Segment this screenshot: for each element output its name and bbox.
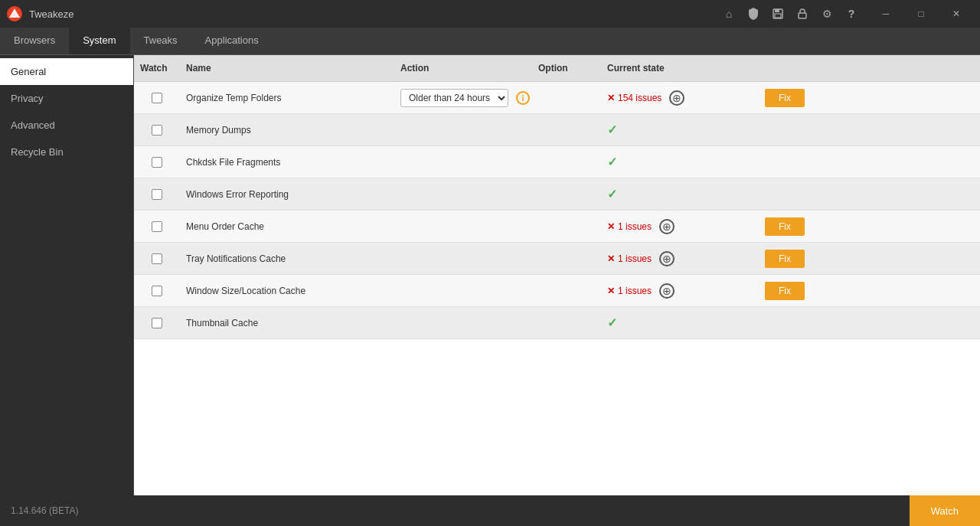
tab-applications[interactable]: Applications: [191, 27, 273, 54]
action-dropdown-1[interactable]: Older than 24 hours Older than 48 hours …: [400, 89, 508, 107]
state-cell-3: ✓: [601, 150, 754, 174]
name-cell-8: Thumbnail Cache: [180, 313, 394, 333]
sidebar-item-recycle-bin[interactable]: Recycle Bin: [0, 139, 133, 165]
issue-text-6: ✕ 1 issues: [607, 253, 652, 264]
toolbar-icons: ⌂ ⚙ ?: [718, 3, 862, 25]
watch-checkbox-1[interactable]: [152, 93, 162, 103]
issue-text-1: ✕ 154 issues: [607, 93, 662, 103]
plus-icon-6[interactable]: ⊕: [659, 251, 675, 266]
option-cell-1: [532, 93, 601, 103]
state-cell-8: ✓: [601, 311, 754, 335]
watch-checkbox-4[interactable]: [152, 189, 162, 200]
table-row: Chkdsk File Fragments ✓: [134, 146, 980, 178]
col-current-state: Current state: [601, 60, 754, 77]
sidebar-item-privacy[interactable]: Privacy: [0, 85, 133, 112]
state-cell-2: ✓: [601, 118, 754, 142]
save-icon[interactable]: [767, 3, 789, 25]
option-cell-8: [532, 319, 601, 328]
help-icon[interactable]: ?: [841, 3, 862, 25]
fix-button-7[interactable]: Fix: [765, 282, 805, 300]
option-cell-4: [532, 190, 601, 199]
watch-checkbox-3[interactable]: [152, 157, 162, 168]
fix-cell-8: [754, 319, 980, 328]
state-cell-4: ✓: [601, 182, 754, 206]
plus-icon-7[interactable]: ⊕: [659, 283, 675, 299]
bottom-bar: 1.14.646 (BETA) Contribute Watch: [0, 495, 980, 526]
close-button[interactable]: ✕: [939, 0, 974, 28]
fix-button-6[interactable]: Fix: [765, 250, 805, 268]
issue-text-7: ✕ 1 issues: [607, 286, 652, 296]
table-row: Tray Notifications Cache ✕ 1 issues ⊕ Fi…: [134, 243, 980, 275]
col-action: Action: [394, 60, 532, 77]
plus-icon-5[interactable]: ⊕: [659, 219, 675, 234]
home-icon[interactable]: ⌂: [718, 3, 740, 25]
col-option: Option: [532, 60, 601, 77]
watch-cell-2: [134, 120, 180, 140]
maximize-button[interactable]: □: [903, 0, 939, 28]
watch-cell-7: [134, 281, 180, 301]
action-cell-2: [394, 126, 532, 135]
name-cell-1: Organize Temp Folders: [180, 88, 394, 108]
watch-checkbox-5[interactable]: [152, 221, 162, 232]
ok-check-4: ✓: [607, 187, 617, 201]
fix-cell-3: [754, 158, 980, 167]
watch-cell-4: [134, 185, 180, 204]
watch-checkbox-2[interactable]: [152, 125, 162, 136]
shield-icon[interactable]: [743, 3, 764, 25]
fix-cell-2: [754, 126, 980, 135]
option-cell-2: [532, 126, 601, 135]
watch-checkbox-6[interactable]: [152, 253, 162, 264]
watch-cell-5: [134, 217, 180, 237]
action-cell-4: [394, 190, 532, 199]
info-icon-1[interactable]: i: [516, 91, 530, 105]
option-cell-7: [532, 286, 601, 296]
plus-icon-1[interactable]: ⊕: [669, 90, 684, 106]
action-cell-6: [394, 254, 532, 263]
table-row: Thumbnail Cache ✓: [134, 307, 980, 339]
issue-text-5: ✕ 1 issues: [607, 221, 652, 232]
sidebar-item-advanced[interactable]: Advanced: [0, 112, 133, 139]
table-row: Menu Order Cache ✕ 1 issues ⊕ Fix: [134, 211, 980, 243]
svg-rect-3: [775, 9, 779, 12]
fix-button-1[interactable]: Fix: [765, 89, 805, 107]
main-layout: General Privacy Advanced Recycle Bin Wat…: [0, 55, 980, 495]
tab-browsers[interactable]: Browsers: [0, 27, 69, 54]
watch-cell-8: [134, 313, 180, 333]
state-cell-1: ✕ 154 issues ⊕: [601, 86, 754, 110]
gear-icon[interactable]: ⚙: [816, 3, 838, 25]
fix-cell-7: Fix: [754, 277, 980, 305]
name-cell-4: Windows Error Reporting: [180, 185, 394, 204]
table-header: Watch Name Action Option Current state: [134, 55, 980, 82]
table-row: Windows Error Reporting ✓: [134, 178, 980, 211]
nav-tabs: Browsers System Tweaks Applications: [0, 28, 980, 55]
version-label: 1.14.646 (BETA): [11, 505, 79, 516]
action-cell-7: [394, 286, 532, 296]
col-actions: [754, 60, 980, 77]
lock-icon[interactable]: [792, 3, 813, 25]
name-cell-6: Tray Notifications Cache: [180, 249, 394, 269]
action-cell-8: [394, 319, 532, 328]
watch-checkbox-8[interactable]: [152, 318, 162, 328]
content-area: Watch Name Action Option Current state O…: [134, 55, 980, 495]
name-cell-3: Chkdsk File Fragments: [180, 152, 394, 172]
tab-tweaks[interactable]: Tweaks: [130, 27, 191, 54]
watch-checkbox-7[interactable]: [152, 286, 162, 296]
fix-cell-6: Fix: [754, 245, 980, 273]
fix-button-5[interactable]: Fix: [765, 217, 805, 236]
table-body: Organize Temp Folders Older than 24 hour…: [134, 82, 980, 495]
col-watch: Watch: [134, 60, 180, 77]
name-cell-5: Menu Order Cache: [180, 217, 394, 237]
col-name: Name: [180, 60, 394, 77]
watch-cell-3: [134, 152, 180, 172]
sidebar: General Privacy Advanced Recycle Bin: [0, 55, 134, 495]
watch-button[interactable]: Watch: [910, 495, 980, 526]
sidebar-item-general[interactable]: General: [0, 58, 133, 85]
watch-cell-6: [134, 249, 180, 269]
minimize-button[interactable]: ─: [868, 0, 903, 28]
option-cell-5: [532, 222, 601, 231]
ok-check-2: ✓: [607, 123, 617, 137]
option-cell-6: [532, 254, 601, 263]
state-cell-6: ✕ 1 issues ⊕: [601, 247, 754, 271]
tab-system[interactable]: System: [69, 27, 129, 54]
svg-rect-5: [799, 13, 806, 18]
